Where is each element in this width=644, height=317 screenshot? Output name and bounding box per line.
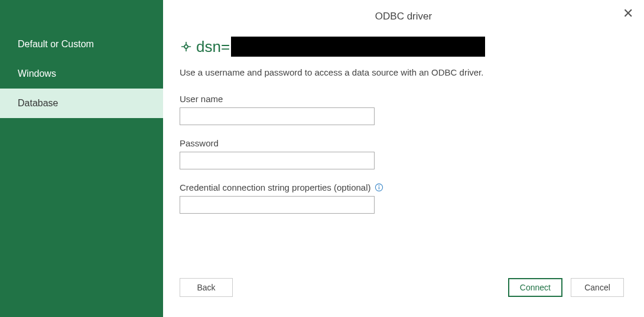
sidebar-item-database[interactable]: Database bbox=[0, 89, 163, 118]
dsn-row: dsn= bbox=[180, 37, 627, 57]
back-button[interactable]: Back bbox=[180, 278, 233, 297]
description-text: Use a username and password to access a … bbox=[180, 67, 627, 77]
sidebar-item-default-or-custom[interactable]: Default or Custom bbox=[0, 30, 163, 59]
password-input[interactable] bbox=[180, 152, 375, 169]
odbc-driver-dialog: Default or Custom Windows Database ✕ ODB… bbox=[0, 0, 644, 317]
close-icon: ✕ bbox=[623, 6, 633, 21]
dsn-value-redacted bbox=[231, 37, 485, 57]
dialog-footer: Back Connect Cancel bbox=[180, 278, 624, 297]
cancel-button-label: Cancel bbox=[584, 283, 610, 292]
conn-props-label: Credential connection string properties … bbox=[180, 182, 627, 192]
data-source-icon bbox=[180, 40, 193, 53]
content-area: dsn= Use a username and password to acce… bbox=[163, 22, 644, 214]
username-field-group: User name bbox=[180, 94, 627, 125]
svg-point-2 bbox=[379, 185, 380, 187]
dsn-label: dsn= bbox=[196, 38, 230, 56]
connect-button-label: Connect bbox=[520, 283, 551, 292]
username-label: User name bbox=[180, 94, 627, 104]
conn-props-label-text: Credential connection string properties … bbox=[180, 182, 371, 192]
conn-props-input[interactable] bbox=[180, 196, 375, 214]
conn-props-field-group: Credential connection string properties … bbox=[180, 182, 627, 214]
sidebar-item-label: Database bbox=[18, 98, 58, 108]
info-icon[interactable] bbox=[375, 183, 384, 192]
password-label: Password bbox=[180, 138, 627, 148]
sidebar-item-label: Default or Custom bbox=[18, 39, 94, 49]
main-panel: ✕ ODBC driver dsn= Use a username and pa… bbox=[163, 0, 644, 317]
username-input[interactable] bbox=[180, 107, 375, 125]
footer-right-group: Connect Cancel bbox=[508, 278, 624, 297]
close-button[interactable]: ✕ bbox=[623, 7, 633, 20]
sidebar: Default or Custom Windows Database bbox=[0, 0, 163, 317]
back-button-label: Back bbox=[197, 283, 215, 292]
password-field-group: Password bbox=[180, 138, 627, 169]
svg-rect-3 bbox=[379, 187, 379, 189]
dialog-title: ODBC driver bbox=[163, 0, 644, 22]
svg-point-0 bbox=[184, 45, 188, 48]
sidebar-item-label: Windows bbox=[18, 68, 56, 79]
cancel-button[interactable]: Cancel bbox=[571, 278, 624, 297]
connect-button[interactable]: Connect bbox=[508, 278, 562, 297]
sidebar-item-windows[interactable]: Windows bbox=[0, 59, 163, 89]
